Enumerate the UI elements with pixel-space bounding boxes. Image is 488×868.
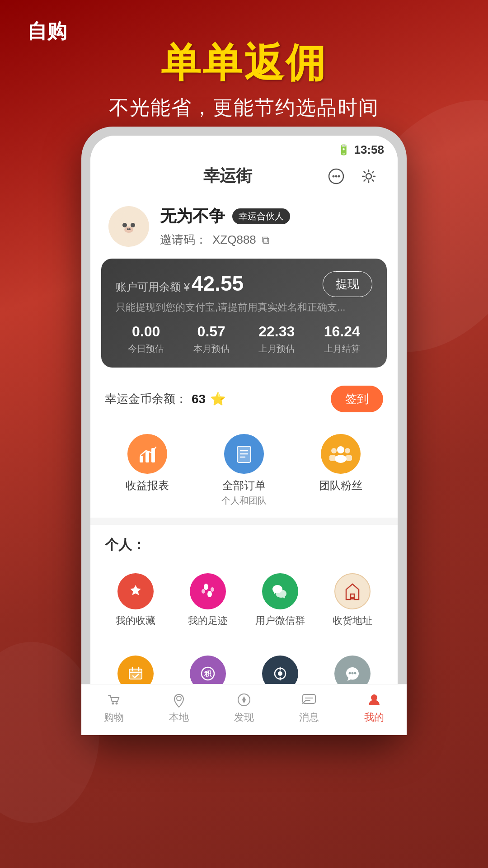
stat-month-value: 0.57 [181,323,242,340]
address-label: 收货地址 [333,614,372,627]
svg-point-26 [345,448,350,453]
balance-card: 账户可用余额 ¥ 42.55 提现 只能提现到您的支付宝,请提前用真实姓名和正确… [101,259,387,368]
svg-point-1 [333,175,335,177]
orders-icon [224,434,264,474]
svg-point-47 [116,703,118,705]
message-nav-icon [301,692,317,708]
svg-point-31 [211,587,214,592]
compass-icon [236,692,252,708]
stat-month: 0.57 本月预估 [181,323,242,355]
svg-point-24 [331,448,337,453]
svg-rect-14 [140,456,143,462]
svg-rect-32 [351,597,354,599]
nav-shopping-label: 购物 [104,711,124,724]
profile-nav-icon [366,692,382,708]
earnings-icon [127,434,167,474]
svg-point-30 [202,589,205,594]
footprint-label: 我的足迹 [188,614,228,627]
nav-mine-label: 我的 [364,711,384,724]
withdraw-button[interactable]: 提现 [323,271,372,297]
stat-lastmonth: 22.33 上月预估 [246,323,307,355]
balance-stats: 0.00 今日预估 0.57 本月预估 22.33 上月预估 16.24 上月结… [116,323,372,355]
coin-star-icon: ⭐ [210,392,226,406]
svg-point-13 [129,228,131,230]
svg-text:积: 积 [204,670,212,678]
svg-point-29 [207,591,212,597]
shopping-icon [106,692,122,708]
svg-point-28 [204,584,208,590]
menu-footprint[interactable]: 我的足迹 [172,566,244,635]
balance-label: 账户可用余额 ¥ [116,280,190,294]
svg-point-22 [337,446,344,453]
hero-section: 单单返佣 不光能省，更能节约选品时间 [0,36,488,121]
nav-discover-label: 发现 [234,711,254,724]
bottom-nav: 购物 本地 发现 [90,684,398,726]
avatar [108,206,149,247]
user-section: 无为不争 幸运合伙人 邀请码： XZQ888 ⧉ [90,196,398,259]
stat-month-label: 本月预估 [181,343,242,355]
svg-point-48 [177,696,181,701]
invite-label: 邀请码： [160,232,207,248]
invite-code: XZQ888 [212,233,256,247]
hero-title: 单单返佣 [0,36,488,90]
team-icon [321,434,361,474]
nav-local[interactable]: 本地 [169,692,189,724]
stat-today-label: 今日预估 [116,343,177,355]
nav-mine[interactable]: 我的 [364,692,384,724]
grid-menu-row1: 我的收藏 我的足迹 [90,561,398,644]
user-badge: 幸运合伙人 [232,208,290,224]
balance-amount: 42.55 [192,271,244,296]
earnings-label: 收益报表 [126,478,169,493]
personal-section-header: 个人： [90,525,398,561]
status-time: 13:58 [354,143,385,157]
hero-subtitle: 不光能省，更能节约选品时间 [0,94,488,121]
action-team[interactable]: 团队粉丝 [319,434,362,507]
stat-lastmonth-value: 22.33 [246,323,307,340]
menu-wechat[interactable]: 用户微信群 [244,566,316,635]
action-orders[interactable]: 全部订单 个人和团队 [221,434,267,507]
stat-settle-label: 上月结算 [312,343,373,355]
stat-lastmonth-label: 上月预估 [246,343,307,355]
svg-point-10 [131,223,135,227]
svg-point-43 [349,672,351,675]
nav-shopping[interactable]: 购物 [104,692,124,724]
menu-favorites[interactable]: 我的收藏 [99,566,172,635]
copy-icon[interactable]: ⧉ [262,234,269,246]
favorites-icon [117,573,154,609]
menu-address[interactable]: 收货地址 [316,566,389,635]
settings-icon-btn[interactable] [358,165,380,187]
nav-message[interactable]: 消息 [299,692,319,724]
invite-row: 邀请码： XZQ888 ⧉ [160,232,380,248]
svg-rect-15 [145,452,149,462]
svg-point-3 [338,175,340,177]
svg-point-23 [335,455,347,463]
coins-section: 幸运金币余额： 63 ⭐ 签到 [90,377,398,421]
nav-discover[interactable]: 发现 [234,692,254,724]
svg-point-11 [124,226,133,233]
checkin-button[interactable]: 签到 [331,386,383,412]
nav-local-label: 本地 [169,711,189,724]
svg-point-4 [366,174,371,179]
action-earnings[interactable]: 收益报表 [126,434,169,507]
footprint-icon [190,573,226,609]
wechat-icon [262,573,298,609]
app-header: 幸运街 [90,160,398,196]
svg-point-53 [371,694,377,701]
status-bar: 🔋 13:58 [90,136,398,160]
coins-value: 63 [192,392,206,406]
team-label: 团队粉丝 [319,478,362,493]
username: 无为不争 [160,205,225,227]
svg-point-45 [354,672,357,675]
wechat-label: 用户微信群 [255,614,305,627]
stat-today: 0.00 今日预估 [116,323,177,355]
balance-note: 只能提现到您的支付宝,请提前用真实姓名和正确支... [116,301,372,314]
favorites-label: 我的收藏 [116,614,155,627]
stat-today-value: 0.00 [116,323,177,340]
message-icon-btn[interactable] [325,165,347,187]
quick-actions: 收益报表 全部订单 个人和团队 [90,423,398,518]
stat-settle: 16.24 上月结算 [312,323,373,355]
location-icon [171,692,187,708]
stat-settle-value: 16.24 [312,323,373,340]
orders-label: 全部订单 [222,478,266,493]
svg-point-2 [335,175,338,177]
